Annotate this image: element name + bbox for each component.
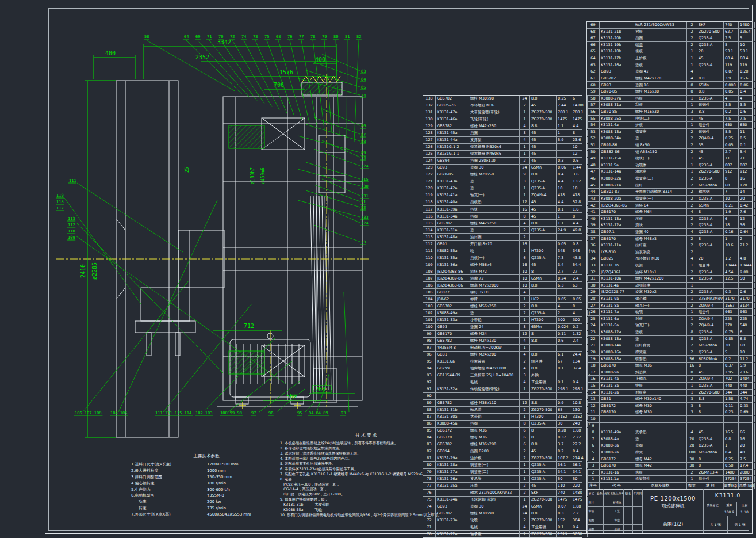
bom-row: 118K3131-40a挡板垫12454.452.8	[423, 199, 582, 205]
bom-cell: 4	[520, 338, 530, 344]
bom-cell: 10	[571, 185, 588, 192]
bom-row: 63K3131-16a垫板1Q235-A119119	[587, 62, 752, 68]
bom-cell: GB5782	[436, 338, 469, 344]
bom-cell: 25	[587, 316, 600, 322]
bom-cell: 1.1	[557, 123, 571, 129]
bom-cell: 16	[587, 376, 600, 382]
bom-cell: K3131-49a	[600, 429, 634, 436]
bom-cell: 组合件	[697, 122, 724, 128]
bom-cell: 121	[423, 178, 436, 185]
bom-cell: LYB-510	[600, 249, 634, 255]
bom-cell: 4	[571, 310, 588, 316]
bom-cell: 304	[571, 517, 588, 524]
bom-cell: 1	[687, 55, 697, 62]
machine-name: 颚式破碎机	[662, 503, 685, 509]
scale-label: 比例	[737, 502, 752, 508]
bom-cell: 24.4	[571, 352, 588, 358]
bom-cell: 5.4	[739, 149, 755, 155]
bom-cell: GB5782	[436, 400, 469, 406]
bom-cell: 1	[687, 122, 697, 128]
bom-cell: ZG270-500	[530, 517, 557, 524]
bom-row: 123GB93垫圈 302465Mn0.061.44	[423, 164, 582, 171]
bom-cell: Q235-A	[530, 462, 557, 468]
bom-cell: 344	[739, 390, 755, 396]
bom-cell: 81	[423, 455, 436, 461]
signature-cell: 工艺	[611, 507, 624, 516]
bom-cell: 2	[687, 470, 697, 476]
bom-cell: 轴承盖	[469, 407, 520, 413]
bom-cell: 4.4	[557, 199, 571, 205]
bom-cell: 2	[687, 269, 697, 276]
bom-cell: 22.2	[571, 441, 588, 448]
part-callout: 52	[361, 205, 366, 210]
bom-cell: GB91	[436, 241, 469, 247]
signature-cell	[633, 516, 642, 525]
bom-cell: 组合件	[697, 309, 724, 315]
bom-cell: 8	[697, 363, 724, 369]
part-callout: 74	[241, 35, 246, 39]
bom-cell: GB97.1	[600, 229, 634, 235]
bom-cell: 56	[587, 109, 600, 115]
bom-cell: 63	[587, 62, 600, 68]
bom-cell: 1.6	[571, 206, 588, 212]
bom-cell: 225	[739, 316, 755, 322]
parameter-value: 4560X5042X5553 mm	[207, 512, 251, 518]
bom-cell: 37SiMn2MoV	[697, 296, 724, 302]
bom-cell: 拉杆	[634, 182, 687, 189]
bom-cell: 4	[687, 75, 697, 82]
bom-cell: 13444	[739, 262, 755, 269]
bom-cell: 垫圈 30	[469, 165, 520, 171]
bom-cell: 33	[587, 262, 600, 269]
bom-row: 45K3088-21a拉杆260Si2MnA60120备用	[587, 182, 752, 189]
bom-cell: 0.1	[557, 379, 571, 386]
bom-cell: 1	[587, 476, 600, 482]
bom-cell: 10	[520, 282, 530, 288]
bom-cell: 垫圈 40	[634, 229, 687, 235]
bom-cell	[697, 249, 724, 255]
bom-cell: 螺母 M36	[469, 428, 520, 434]
sheet-number: 第 1 张	[728, 516, 752, 533]
bom-row: 3GB6170螺母 M423080.5817.4	[587, 462, 752, 469]
bom-cell: 68	[587, 29, 600, 35]
bom-cell: 1480	[571, 490, 588, 496]
bom-cell: 109	[423, 261, 436, 268]
bom-cell: 8.8	[530, 171, 557, 178]
bom-cell: 2	[520, 310, 530, 316]
bom-row: 68K3131-21b衬板2ZG270-50062.7125.4	[587, 28, 752, 35]
bom-cell: 4	[687, 209, 697, 215]
bom-cell: 70	[423, 531, 436, 537]
part-callout: 94 84 89	[309, 411, 328, 415]
part-callout: 109	[68, 235, 75, 240]
bom-cell: 3.7	[557, 441, 571, 448]
bom-cell: JB8-62	[436, 296, 469, 302]
bom-cell: 垫	[469, 178, 520, 185]
bom-cell: 10	[571, 144, 588, 150]
bom-cell: 弹簧座(一)	[634, 196, 687, 202]
bom-cell: 50	[557, 476, 571, 482]
bom-cell: 132	[423, 102, 436, 109]
bom-cell: 斜垫块	[634, 369, 687, 376]
bom-cell: GB70-85	[600, 89, 634, 95]
bom-row: 88K3131-31b轴承盖2ZG270-50065130	[423, 406, 582, 413]
bom-cell: 螺栓 M16x30	[634, 89, 687, 95]
signature-cell: 处数	[596, 489, 604, 498]
bom-row: 131K3131-47a大带轮轮毂(带轮)1ZG270-500788.1788.…	[423, 109, 582, 116]
bom-cell: GB882-86	[600, 149, 634, 155]
bom-cell: 0.33	[739, 403, 755, 409]
bom-cell: 8	[724, 175, 739, 182]
bom-cell: 1475	[571, 497, 588, 503]
bom-cell: 4	[520, 123, 530, 129]
bom-cell: GB31	[436, 352, 469, 358]
bom-cell: 344	[724, 390, 739, 396]
bom-cell: K3131-29a	[436, 455, 469, 461]
bom-cell: K3131-16a	[600, 62, 634, 68]
bom-cell: 0.4	[571, 524, 588, 531]
parameter-row: 功率200 kw	[131, 499, 282, 505]
bom-cell: K3088-49a	[436, 310, 469, 316]
bom-row: 85GB6172螺母 M36680.281.68	[423, 427, 582, 434]
bom-cell: K3088-20a	[600, 196, 634, 202]
bom-cell: 2	[687, 189, 697, 195]
bom-cell: K3131-4a	[600, 376, 634, 382]
bom-cell: 79	[423, 469, 436, 475]
bom-cell: 45	[530, 144, 557, 150]
